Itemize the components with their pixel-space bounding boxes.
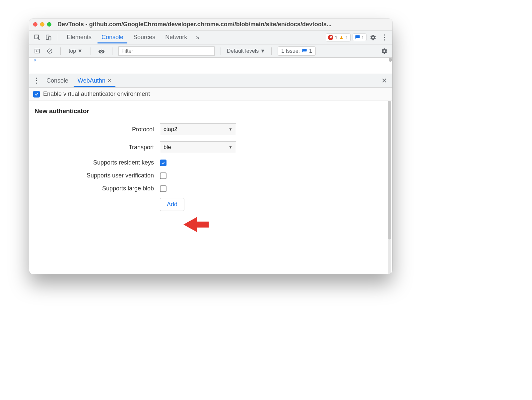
main-tabbar: Elements Console Sources Network » ✕ 1 ▲… [29, 31, 392, 44]
new-authenticator-form: New authenticator Protocol ctap2 ▼ Trans… [29, 101, 392, 274]
scrollbar-thumb[interactable] [388, 101, 391, 239]
levels-label: Default levels [227, 48, 259, 54]
zoom-window-button[interactable] [47, 22, 51, 27]
prompt-icon: › [34, 56, 36, 63]
drawer-tab-label: Console [46, 77, 68, 84]
transport-select[interactable]: ble ▼ [160, 141, 236, 153]
drawer-close-icon[interactable]: ✕ [379, 75, 390, 86]
issue-icon [355, 35, 360, 40]
more-tabs-icon[interactable]: » [193, 33, 202, 42]
scrollbar-track[interactable] [388, 101, 391, 274]
large-blob-checkbox[interactable] [160, 185, 166, 192]
drawer-tab-webauthn[interactable]: WebAuthn ✕ [74, 75, 115, 87]
traffic-lights [33, 22, 51, 27]
section-title: New authenticator [34, 107, 387, 115]
close-icon[interactable]: ✕ [107, 78, 111, 83]
console-settings-icon[interactable] [380, 46, 389, 56]
annotation-arrow-icon [180, 213, 210, 236]
protocol-value: ctap2 [164, 126, 177, 133]
issues-button[interactable]: 1 Issue: 1 [278, 46, 316, 56]
protocol-row: Protocol ctap2 ▼ [34, 123, 387, 135]
transport-label: Transport [34, 144, 160, 151]
filter-input[interactable] [118, 46, 215, 56]
error-count: 1 [335, 34, 337, 40]
console-output[interactable]: › [29, 58, 392, 74]
resident-keys-checkbox[interactable] [160, 160, 166, 166]
svg-line-6 [48, 49, 51, 52]
window-titlebar: DevTools - github.com/GoogleChrome/devel… [29, 19, 392, 31]
user-verification-checkbox[interactable] [160, 172, 166, 179]
large-blob-row: Supports large blob [34, 185, 387, 192]
drawer-kebab-icon[interactable]: ⋮ [32, 76, 41, 85]
issues-chip[interactable]: 1 [353, 33, 366, 41]
tab-console[interactable]: Console [98, 31, 127, 43]
error-warning-chip[interactable]: ✕ 1 ▲ 1 [326, 33, 351, 41]
enable-virtual-auth-label: Enable virtual authenticator environment [43, 91, 150, 98]
tab-network[interactable]: Network [161, 31, 191, 43]
issues-count: 1 [309, 48, 312, 54]
user-verification-label: Supports user verification [34, 172, 160, 179]
warning-count: 1 [345, 34, 348, 40]
kebab-menu-icon[interactable]: ⋮ [380, 33, 389, 42]
divider [221, 47, 221, 55]
divider [271, 47, 272, 55]
scrollbar-thumb[interactable] [389, 58, 392, 62]
protocol-label: Protocol [34, 126, 160, 133]
context-label: top [69, 48, 76, 54]
resident-keys-row: Supports resident keys [34, 159, 387, 166]
issue-icon [302, 48, 307, 54]
settings-icon[interactable] [368, 33, 378, 42]
svg-marker-4 [36, 50, 38, 52]
divider [91, 47, 91, 55]
tab-sources[interactable]: Sources [129, 31, 159, 43]
window-title: DevTools - github.com/GoogleChrome/devel… [57, 21, 388, 28]
error-icon: ✕ [328, 35, 333, 40]
inspect-icon[interactable] [33, 33, 42, 42]
add-button[interactable]: Add [160, 198, 184, 211]
transport-value: ble [164, 144, 171, 151]
add-button-row: Add [34, 198, 387, 211]
issues-label: 1 Issue: [281, 48, 300, 54]
svg-rect-2 [48, 36, 51, 40]
drawer-tab-label: WebAuthn [78, 77, 105, 84]
caret-down-icon: ▼ [229, 145, 233, 150]
drawer-tab-console[interactable]: Console [42, 75, 72, 87]
resident-keys-label: Supports resident keys [34, 159, 160, 166]
log-levels-selector[interactable]: Default levels ▼ [227, 48, 265, 54]
clear-console-icon[interactable] [45, 46, 54, 56]
divider [58, 34, 58, 41]
user-verification-row: Supports user verification [34, 172, 387, 179]
devtools-window: DevTools - github.com/GoogleChrome/devel… [29, 19, 392, 274]
context-selector[interactable]: top ▼ [67, 47, 85, 55]
large-blob-label: Supports large blob [34, 185, 160, 192]
minimize-window-button[interactable] [40, 22, 44, 27]
console-toolbar: top ▼ Default levels ▼ 1 Issue: 1 [29, 44, 392, 58]
caret-down-icon: ▼ [229, 127, 233, 132]
transport-row: Transport ble ▼ [34, 141, 387, 153]
device-toggle-icon[interactable] [44, 33, 53, 42]
protocol-select[interactable]: ctap2 ▼ [160, 123, 236, 135]
divider [112, 47, 112, 55]
toggle-sidebar-icon[interactable] [33, 46, 42, 56]
caret-down-icon: ▼ [260, 48, 265, 54]
drawer-tabbar: ⋮ Console WebAuthn ✕ ✕ [29, 74, 392, 88]
issues-count: 1 [362, 34, 364, 40]
caret-down-icon: ▼ [77, 48, 83, 54]
live-expression-icon[interactable] [97, 46, 106, 56]
divider [60, 47, 61, 55]
warning-icon: ▲ [339, 34, 344, 40]
tab-elements[interactable]: Elements [63, 31, 96, 43]
enable-virtual-auth-row: Enable virtual authenticator environment [29, 88, 392, 101]
enable-virtual-auth-checkbox[interactable] [33, 91, 40, 98]
close-window-button[interactable] [33, 22, 37, 27]
